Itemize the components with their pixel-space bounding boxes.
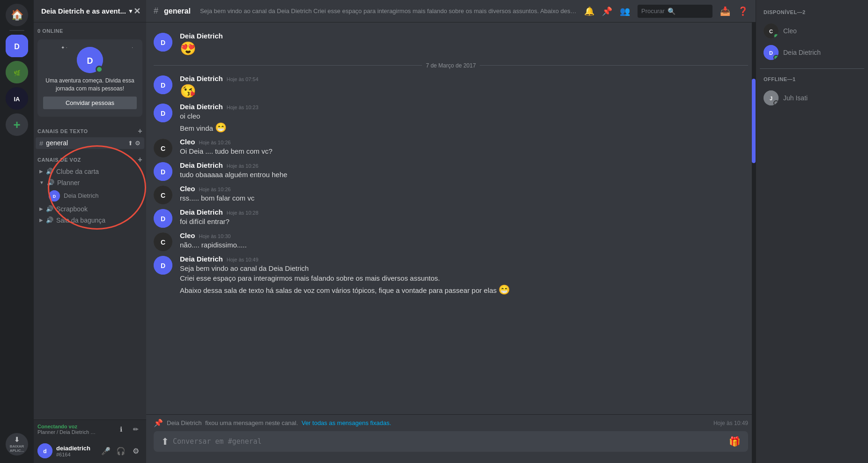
- voice-user-deia[interactable]: D Deia Dietrich: [34, 188, 146, 203]
- search-bar[interactable]: Procurar 🔍: [638, 5, 712, 18]
- download-icon[interactable]: ⬇ BAIXARAPLIC...: [6, 433, 28, 456]
- members-icon[interactable]: 👥: [620, 6, 630, 16]
- add-server-button[interactable]: +: [6, 113, 28, 136]
- pinned-timestamp: Hoje às 10:49: [713, 420, 748, 426]
- server-name-header[interactable]: Deia Dietrich e as avent... ▼ ✕: [34, 0, 146, 22]
- inline-emoji-grin: 😁: [215, 122, 227, 133]
- server-icon-monogram[interactable]: IA: [6, 87, 28, 110]
- voice-channels-section-header[interactable]: CANAIS DE VOZ +: [34, 149, 146, 166]
- message-header-7: Cleo Hoje às 10:30: [180, 232, 748, 239]
- search-icon[interactable]: 🔍: [668, 7, 675, 15]
- voice-channel-scrapbook[interactable]: ▶ 🔊 Scrapbook: [36, 203, 144, 215]
- mic-button[interactable]: 🎤: [99, 444, 112, 457]
- message-group-6: D Deia Dietrich Hoje às 10:28 foi difíci…: [146, 206, 756, 230]
- voice-icon-planner: 🔊: [47, 179, 54, 186]
- message-content-7: Cleo Hoje às 10:30 não.... rapidissimo..…: [180, 232, 748, 251]
- voice-channel-scrapbook-name: Scrapbook: [56, 205, 141, 213]
- member-item-deia[interactable]: D Deia Dietrich: [760, 42, 864, 63]
- member-item-cleo[interactable]: C Cleo: [760, 21, 864, 41]
- pin-icon[interactable]: 📌: [602, 6, 612, 16]
- msg-timestamp-5: Hoje às 10:26: [199, 187, 231, 192]
- channel-invite-icon[interactable]: ⬆: [128, 140, 133, 147]
- message-group-7: C Cleo Hoje às 10:30 não.... rapidissimo…: [146, 230, 756, 253]
- msg-author-4: Deia Dietrich: [180, 161, 223, 169]
- member-status-juh: [773, 100, 779, 105]
- online-section: 0 ONLINE: [34, 26, 146, 36]
- channel-item-general[interactable]: # general ⬆ ⚙: [36, 137, 144, 149]
- voice-channel-clube-name: Clube da carta: [56, 168, 141, 175]
- upload-button[interactable]: ⬆: [161, 436, 169, 447]
- invite-avatar-wrapper: D: [77, 47, 103, 73]
- message-content-1: Deia Dietrich Hoje às 07:54 😘: [180, 75, 748, 99]
- members-sidebar: DISPONÍVEL—2 C Cleo D Deia Dietrich OFFL…: [756, 0, 868, 463]
- messages-area[interactable]: D Deia Dietrich 😍 7 de Março de 2017 D D…: [146, 22, 756, 414]
- inline-emoji-grin2: 😁: [498, 284, 510, 295]
- voice-edit-button[interactable]: ✏: [129, 423, 142, 436]
- member-status-deia: [773, 55, 779, 60]
- message-content-5: Cleo Hoje às 10:26 rss..... bom falar co…: [180, 185, 748, 204]
- members-divider: [760, 68, 864, 69]
- msg-text-5: rss..... bom falar com vc: [180, 194, 748, 203]
- inbox-icon[interactable]: 📥: [720, 6, 730, 16]
- footer-user-info: deiadietrich #6164: [56, 445, 96, 457]
- svg-text:J: J: [770, 96, 772, 101]
- message-avatar-deia-6: D: [154, 209, 172, 228]
- voice-actions: ℹ ✏: [114, 423, 142, 436]
- pinned-bar: 📌 Deia Dietrich fixou uma mensagem neste…: [146, 414, 756, 431]
- pinned-text: Deia Dietrich fixou uma mensagem neste c…: [167, 419, 391, 426]
- voice-status-label: Conectando voz: [37, 424, 114, 429]
- message-content-top-emoji: Deia Dietrich 😍: [180, 32, 748, 57]
- help-icon[interactable]: ❓: [738, 6, 748, 16]
- msg-author-1: Deia Dietrich: [180, 75, 223, 82]
- message-input[interactable]: [173, 432, 725, 451]
- voice-channel-planner[interactable]: ▼ 🔊 Planner: [36, 177, 144, 188]
- message-avatar-deia-top: D: [154, 33, 172, 52]
- footer-actions: 🎤 🎧 ⚙: [99, 444, 142, 457]
- sticker-button[interactable]: 🎁: [729, 436, 741, 447]
- server-icon-home[interactable]: 🏠: [6, 4, 28, 26]
- svg-text:D: D: [161, 168, 165, 176]
- notification-bell-icon[interactable]: 🔔: [584, 6, 594, 16]
- voice-channel-clube-da-carta[interactable]: ▶ 🔊 Clube da carta: [36, 166, 144, 177]
- msg-timestamp-6: Hoje às 10:28: [227, 210, 259, 216]
- svg-text:D: D: [769, 50, 773, 56]
- close-button[interactable]: ✕: [134, 6, 141, 16]
- svg-text:C: C: [769, 29, 773, 34]
- input-area: ⬆ 🎁: [146, 431, 756, 463]
- user-avatar[interactable]: d: [37, 443, 52, 458]
- message-content-2: Deia Dietrich Hoje às 10:23 oi cleo Bem …: [180, 103, 748, 134]
- server-header-chevron: ▼: [128, 8, 134, 15]
- msg-text-6: foi difícil entrar?: [180, 217, 748, 227]
- pinned-icon: 📌: [154, 418, 163, 427]
- voice-channel-sala-da-bagunca[interactable]: ▶ 🔊 Sala da bagunça: [36, 215, 144, 226]
- invite-people-button[interactable]: Convidar pessoas: [43, 97, 137, 109]
- message-avatar-deia-2: D: [154, 104, 172, 122]
- view-pinned-link[interactable]: Ver todas as mensagens fixadas.: [302, 419, 392, 426]
- pinned-action: fixou uma mensagem neste canal.: [205, 419, 298, 426]
- svg-text:d: d: [43, 448, 46, 455]
- server-icon-deia[interactable]: D: [6, 35, 28, 57]
- hash-icon: #: [39, 139, 43, 147]
- add-voice-channel-button[interactable]: +: [138, 156, 142, 164]
- message-header-4: Deia Dietrich Hoje às 10:26: [180, 161, 748, 169]
- voice-channel-planner-name: Planner: [57, 179, 141, 187]
- message-header-6: Deia Dietrich Hoje às 10:28: [180, 208, 748, 216]
- svg-text:D: D: [53, 194, 56, 198]
- text-channels-section-header[interactable]: CANAIS DE TEXTO +: [34, 120, 146, 137]
- settings-button[interactable]: ⚙: [129, 444, 142, 457]
- date-divider: 7 de Março de 2017: [146, 59, 756, 73]
- server-icon-image[interactable]: 🌿: [6, 61, 28, 83]
- message-group-8: D Deia Dietrich Hoje às 10:49 Seja bem v…: [146, 253, 756, 298]
- pinned-author: Deia Dietrich: [167, 419, 201, 426]
- message-content-4: Deia Dietrich Hoje às 10:26 tudo obaaaaa…: [180, 161, 748, 181]
- channel-sidebar: Deia Dietrich e as avent... ▼ ✕ 0 ONLINE…: [34, 0, 146, 463]
- channel-settings-icon[interactable]: ⚙: [135, 140, 141, 147]
- server-divider: [9, 30, 24, 31]
- member-item-juh[interactable]: J Juh Isati: [760, 88, 864, 108]
- headset-button[interactable]: 🎧: [114, 444, 127, 457]
- svg-text:D: D: [161, 262, 165, 269]
- voice-channels-label: CANAIS DE VOZ: [37, 157, 81, 163]
- voice-settings-button[interactable]: ℹ: [114, 423, 127, 436]
- add-text-channel-button[interactable]: +: [138, 127, 142, 135]
- msg-text-8-line2: Criei esse espaço para interagirmos mais…: [180, 274, 748, 284]
